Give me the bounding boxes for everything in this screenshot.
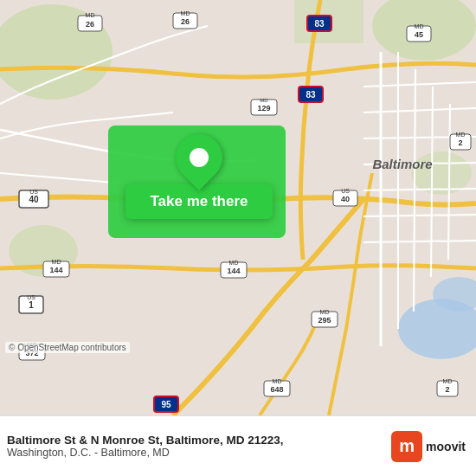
svg-text:295: 295	[318, 316, 331, 325]
osm-credit: © OpenStreetMap contributors	[5, 342, 130, 353]
svg-text:144: 144	[49, 266, 62, 274]
svg-text:45: 45	[415, 30, 423, 39]
moovit-logo: m moovit	[391, 431, 466, 462]
location-pin-icon	[166, 125, 232, 190]
svg-text:40: 40	[341, 195, 350, 203]
svg-text:MD: MD	[52, 259, 61, 265]
svg-text:2: 2	[445, 385, 449, 394]
svg-text:MD: MD	[320, 309, 330, 315]
svg-text:144: 144	[227, 267, 240, 275]
svg-text:US: US	[29, 189, 38, 195]
moovit-text: moovit	[426, 440, 466, 453]
svg-text:95: 95	[161, 400, 171, 409]
svg-text:MD: MD	[181, 10, 190, 16]
svg-text:MD: MD	[260, 98, 268, 103]
svg-text:Baltimore: Baltimore	[372, 157, 432, 171]
address-line2: Washington, D.C. - Baltimore, MD	[7, 447, 391, 459]
svg-text:83: 83	[306, 90, 316, 100]
svg-text:83: 83	[314, 19, 325, 29]
svg-text:26: 26	[86, 20, 94, 29]
info-bar: Baltimore St & N Monroe St, Baltimore, M…	[0, 415, 476, 476]
address-section: Baltimore St & N Monroe St, Baltimore, M…	[7, 434, 391, 459]
svg-text:MD: MD	[456, 132, 466, 138]
moovit-icon: m	[391, 431, 422, 462]
map-container: 26 MD 26 MD 83 83 129 MD 45 MD 2 MD 40 U…	[0, 0, 476, 415]
svg-text:26: 26	[181, 17, 190, 26]
svg-text:40: 40	[29, 195, 39, 204]
svg-text:US: US	[341, 188, 350, 194]
svg-text:1: 1	[29, 300, 34, 310]
svg-text:MD: MD	[443, 378, 453, 384]
svg-text:MD: MD	[86, 12, 95, 18]
svg-text:US: US	[27, 294, 35, 300]
svg-text:2: 2	[458, 138, 462, 147]
svg-text:648: 648	[270, 385, 283, 394]
svg-text:MD: MD	[273, 378, 282, 384]
cta-container: Take me there	[113, 134, 286, 219]
svg-text:129: 129	[257, 104, 270, 113]
address-line1: Baltimore St & N Monroe St, Baltimore, M…	[7, 434, 391, 447]
svg-text:MD: MD	[415, 23, 424, 29]
svg-text:MD: MD	[229, 260, 239, 266]
